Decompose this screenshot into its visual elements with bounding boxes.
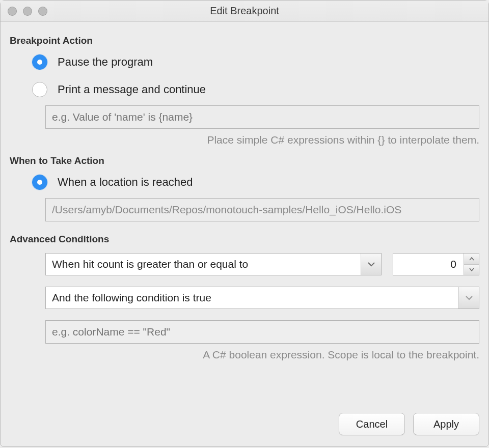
radio-print[interactable]	[32, 82, 47, 97]
print-message-hint: Place simple C# expressions within {} to…	[10, 134, 479, 146]
condition-combo-text: And the following condition is true	[46, 292, 458, 304]
minimize-icon[interactable]	[23, 7, 32, 16]
radio-location[interactable]	[32, 175, 47, 190]
radio-pause[interactable]	[32, 54, 47, 70]
radio-print-label: Print a message and continue	[58, 83, 206, 96]
location-path-input[interactable]	[45, 198, 479, 221]
print-message-input[interactable]	[45, 105, 479, 129]
hitcount-combo-text: When hit count is greater than or equal …	[46, 258, 361, 270]
radio-pause-label: Pause the program	[58, 55, 153, 69]
cancel-button-label: Cancel	[356, 418, 388, 430]
condition-combo[interactable]: And the following condition is true	[45, 287, 479, 309]
cancel-button[interactable]: Cancel	[339, 413, 405, 435]
titlebar: Edit Breakpoint	[1, 1, 488, 22]
when-heading: When to Take Action	[10, 155, 479, 166]
zoom-icon[interactable]	[38, 7, 47, 16]
edit-breakpoint-window: Edit Breakpoint Breakpoint Action Pause …	[0, 0, 489, 447]
stepper-down-icon[interactable]	[464, 265, 479, 275]
apply-button[interactable]: Apply	[413, 413, 479, 435]
hitcount-value[interactable]: 0	[393, 254, 464, 275]
dialog-footer: Cancel Apply	[1, 405, 488, 446]
window-controls	[8, 7, 47, 16]
advanced-heading: Advanced Conditions	[10, 234, 479, 245]
apply-button-label: Apply	[433, 418, 459, 430]
chevron-down-icon[interactable]	[458, 287, 479, 309]
radio-location-label: When a location is reached	[58, 176, 193, 189]
close-icon[interactable]	[8, 7, 17, 16]
chevron-down-icon[interactable]	[361, 254, 381, 275]
hitcount-combo[interactable]: When hit count is greater than or equal …	[45, 253, 382, 275]
condition-hint: A C# boolean expression. Scope is local …	[10, 349, 479, 361]
stepper-up-icon[interactable]	[464, 254, 479, 265]
window-title: Edit Breakpoint	[1, 5, 488, 17]
breakpoint-action-heading: Breakpoint Action	[10, 35, 479, 46]
hitcount-spinner[interactable]: 0	[393, 253, 479, 275]
condition-expression-input[interactable]	[45, 320, 479, 344]
